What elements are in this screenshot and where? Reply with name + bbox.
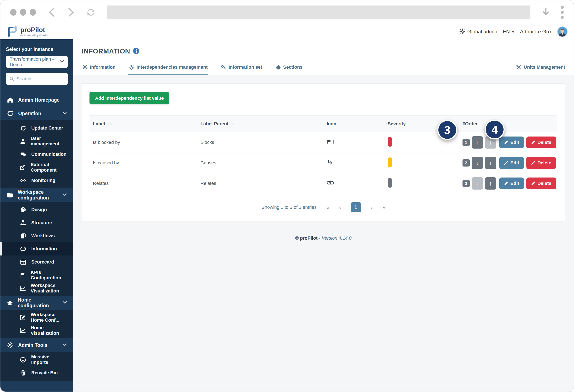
sidebar-item-update-center[interactable]: Update Center [0, 122, 73, 135]
brand[interactable]: proPilot — Powered by dFakto [6, 25, 48, 38]
pencil-icon [504, 140, 508, 145]
pencil-icon [504, 181, 508, 186]
sidebar-item-workspace-home-conf[interactable]: Workspace Home Conf... [0, 311, 73, 324]
sidebar-item-home-visualization[interactable]: Home Visualization [0, 324, 73, 337]
edit-button[interactable]: Edit [499, 157, 524, 169]
sidebar-item-massive-imports[interactable]: Massive Imports [0, 353, 73, 366]
flag-icon [20, 272, 26, 278]
sidebar-item-label: Structure [31, 220, 52, 225]
user-icon [20, 138, 26, 144]
pagination-page-1-button[interactable]: 1 [351, 202, 361, 212]
tab-interdependencies-management[interactable]: Interdependencies management [128, 64, 208, 75]
footer-brand: proPilot [300, 235, 318, 241]
window-control-dot[interactable] [30, 9, 36, 16]
tab-sections[interactable]: Sections [275, 64, 303, 75]
column-header-icon: Icon [323, 121, 384, 127]
edit-button[interactable]: Edit [499, 178, 524, 189]
star-icon [7, 300, 13, 306]
arrow-down-icon: ↓ [476, 139, 479, 146]
move-up-button[interactable]: ↑ [485, 177, 496, 189]
sidebar-item-user-management[interactable]: User management [0, 135, 73, 148]
tab-information-set[interactable]: Information set [220, 64, 263, 75]
sidebar-item-design[interactable]: Design [0, 203, 73, 216]
sort-icon[interactable]: ↑↓ [107, 121, 111, 126]
url-bar[interactable] [107, 5, 530, 19]
chevron-down-icon [63, 112, 67, 115]
add-interdependency-button[interactable]: Add Interdependency list value [89, 92, 169, 104]
sidebar-item-kpis-configuration[interactable]: KPIs Configuration [0, 269, 73, 282]
global-admin-menu[interactable]: Global admin [460, 29, 497, 35]
export-icon [20, 165, 26, 170]
sort-icon[interactable]: ↑↓ [231, 121, 234, 126]
sidebar-item-structure[interactable]: Structure [0, 216, 73, 229]
tab-label: Interdependencies management [137, 64, 207, 70]
sidebar-item-label: Admin Tools [18, 342, 47, 348]
pagination-first-button[interactable]: « [327, 204, 329, 211]
move-down-button[interactable]: ↓ [472, 177, 483, 189]
sidebar-search [6, 73, 68, 85]
tab-label: Sections [283, 64, 303, 70]
edit-button[interactable]: Edit [499, 136, 524, 148]
home-icon [7, 97, 14, 103]
chart-line-icon [20, 328, 26, 334]
sidebar-item-label: Workflows [31, 233, 55, 239]
window-control-dot[interactable] [20, 9, 26, 16]
delete-button[interactable]: Delete [526, 178, 556, 189]
download-icon[interactable] [542, 7, 550, 18]
sidebar-item-information[interactable]: Information [0, 243, 73, 256]
sidebar-item-admin-tools[interactable]: Admin Tools [0, 338, 73, 352]
avatar[interactable] [557, 26, 568, 37]
tab-label: Information [90, 64, 116, 70]
instance-select[interactable]: Transformation plan - Demo [6, 56, 68, 68]
tab-label: Information set [228, 64, 262, 70]
sidebar-item-workspace-visualization[interactable]: Workspace Visualization [0, 282, 73, 295]
info-icon[interactable] [133, 48, 140, 55]
pagination-prev-button[interactable]: ‹ [339, 204, 341, 211]
chat-icon [20, 151, 26, 157]
tab-information[interactable]: Information [82, 64, 116, 75]
search-input[interactable] [17, 76, 64, 82]
gear-icon [82, 65, 88, 70]
column-header-label[interactable]: Label ↑↓ [89, 121, 197, 127]
units-management-button[interactable]: Units Management [516, 64, 565, 75]
forward-icon[interactable] [67, 8, 75, 17]
level-down-icon [327, 161, 334, 166]
language-selector[interactable]: EN [503, 29, 514, 35]
propilot-logo-icon [6, 25, 18, 38]
sidebar-item-workspace-configuration[interactable]: Workspace configuration [0, 188, 73, 202]
column-header-label-parent[interactable]: Label Parent ↑↓ [197, 121, 324, 127]
browser-chrome [0, 0, 574, 24]
role-label: Global admin [467, 29, 497, 35]
move-down-button[interactable]: ↓ [472, 157, 483, 169]
delete-button[interactable]: Delete [526, 157, 556, 169]
pagination-last-button[interactable]: » [382, 204, 385, 211]
delete-button[interactable]: Delete [526, 136, 556, 148]
move-up-button[interactable]: ↑ [485, 157, 496, 169]
move-down-button[interactable]: ↓ [472, 136, 483, 149]
reload-icon[interactable] [86, 7, 96, 17]
download-circle-icon [20, 357, 26, 363]
user-name[interactable]: Arthur Le Grix [520, 29, 552, 35]
annotation-badge-3: 3 [437, 120, 457, 140]
sidebar-item-scorecard[interactable]: Scorecard [0, 256, 73, 269]
brand-name: proPilot [20, 27, 48, 33]
sidebar-item-home-configuration[interactable]: Home configuration [0, 296, 73, 310]
sidebar-item-operation[interactable]: Operation [0, 107, 73, 120]
sidebar-item-monitoring[interactable]: Monitoring [0, 174, 73, 187]
chevron-down-icon [63, 343, 67, 347]
row-label-parent: Causes [197, 160, 324, 166]
sidebar-item-workflows[interactable]: Workflows [0, 229, 73, 243]
search-icon [9, 76, 14, 81]
browser-menu-icon[interactable] [561, 6, 564, 19]
sidebar-item-communication[interactable]: Communication [0, 148, 73, 161]
back-icon[interactable] [48, 8, 55, 17]
sidebar-item-admin-homepage[interactable]: Admin Homepage [0, 93, 73, 107]
window-control-dot[interactable] [10, 9, 17, 16]
sidebar-item-label: Monitoring [31, 178, 55, 183]
sidebar-item-external-component[interactable]: External Component [0, 161, 73, 174]
chevron-down-icon [60, 60, 64, 64]
sidebar-item-recycle-bin[interactable]: Recycle Bin [0, 366, 73, 379]
pagination-next-button[interactable]: › [371, 204, 373, 211]
row-label: Relates [89, 181, 197, 186]
ruler-horizontal-icon [327, 140, 334, 146]
